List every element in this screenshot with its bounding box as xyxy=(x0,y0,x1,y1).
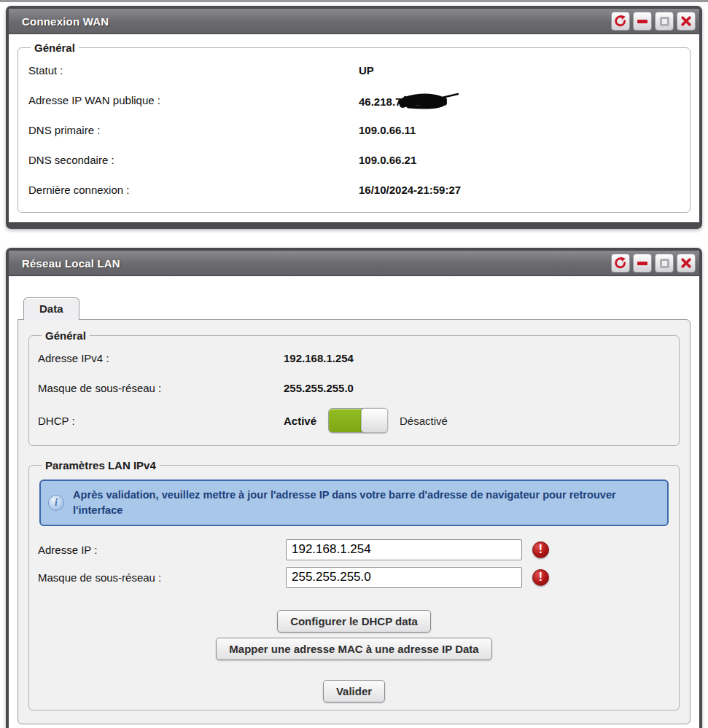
wan-panel-header: Connexion WAN xyxy=(9,9,699,34)
dns-primary-value: 109.0.66.11 xyxy=(359,124,681,136)
wan-connection-panel: Connexion WAN xyxy=(6,6,702,229)
lan-params-fieldset: Paramètres LAN IPv4 i Après validation, … xyxy=(28,459,680,711)
lan-general-fieldset: Général Adresse IPv4 : 192.168.1.254 Mas… xyxy=(28,329,680,446)
required-warning-icon: ! xyxy=(532,569,549,586)
wan-row-last-connection: Dernière connexion : 16/10/2024-21:59:27 xyxy=(27,175,681,205)
status-label: Statut : xyxy=(27,64,359,77)
netmask-input[interactable] xyxy=(286,567,522,588)
info-message-text: Après validation, veuillez mettre à jour… xyxy=(73,489,616,516)
dhcp-on-label: Activé xyxy=(284,415,316,427)
refresh-button[interactable] xyxy=(611,254,630,273)
dhcp-off-label: Désactivé xyxy=(400,415,448,427)
maximize-button[interactable] xyxy=(655,254,674,273)
refresh-button[interactable] xyxy=(611,12,630,31)
redaction-scribble xyxy=(398,91,461,110)
configure-dhcp-button[interactable]: Configurer le DHCP data xyxy=(277,610,431,633)
wan-row-public-ip: Adresse IP WAN publique : 46.218.7 xyxy=(27,85,681,115)
minimize-icon xyxy=(637,20,647,23)
page-top-divider xyxy=(0,0,708,2)
maximize-icon xyxy=(660,259,669,268)
dhcp-label: DHCP : xyxy=(38,415,284,427)
public-ip-label: Adresse IP WAN publique : xyxy=(27,94,359,106)
dns-secondary-label: DNS secondaire : xyxy=(27,154,359,166)
tab-data[interactable]: Data xyxy=(23,297,79,320)
minimize-icon xyxy=(637,262,647,265)
wan-panel-title: Connexion WAN xyxy=(22,15,109,28)
last-connection-value: 16/10/2024-21:59:27 xyxy=(359,184,681,196)
field-row-ip: Adresse IP : ! xyxy=(38,536,670,563)
netmask-field-label: Masque de sous-réseau : xyxy=(38,571,286,584)
button-area: Configurer le DHCP data Mapper une adres… xyxy=(38,610,670,702)
lan-panel-body: Data Général Adresse IPv4 : 192.168.1.25… xyxy=(9,276,699,728)
dns-secondary-value: 109.0.66.21 xyxy=(359,154,681,166)
lan-window-controls xyxy=(611,254,696,273)
info-icon: i xyxy=(48,495,64,511)
wan-row-dns1: DNS primaire : 109.0.66.11 xyxy=(27,115,681,145)
ip-field-label: Adresse IP : xyxy=(38,544,286,556)
ipv4-label: Adresse IPv4 : xyxy=(38,352,284,364)
lan-row-netmask: Masque de sous-réseau : 255.255.255.0 xyxy=(38,373,670,403)
refresh-icon xyxy=(614,257,627,270)
dhcp-toggle-knob xyxy=(361,408,388,433)
wan-general-fieldset: Général Statut : UP Adresse IP WAN publi… xyxy=(17,42,691,213)
close-icon xyxy=(680,15,692,27)
maximize-button[interactable] xyxy=(655,12,674,31)
close-icon xyxy=(680,257,692,269)
lan-panel-header: Réseau Local LAN xyxy=(9,251,699,276)
lan-network-panel: Réseau Local LAN xyxy=(6,248,702,728)
netmask-value: 255.255.255.0 xyxy=(284,382,670,394)
lan-row-ipv4: Adresse IPv4 : 192.168.1.254 xyxy=(38,343,670,373)
minimize-button[interactable] xyxy=(633,12,652,31)
data-tab-content: Général Adresse IPv4 : 192.168.1.254 Mas… xyxy=(17,319,691,724)
validate-button[interactable]: Valider xyxy=(323,680,385,702)
last-connection-label: Dernière connexion : xyxy=(27,184,359,196)
wan-row-status: Statut : UP xyxy=(27,55,681,85)
info-message-box: i Après validation, veuillez mettre à jo… xyxy=(39,480,669,526)
minimize-button[interactable] xyxy=(633,254,652,273)
wan-general-legend: Général xyxy=(31,42,79,54)
refresh-icon xyxy=(614,15,627,28)
dhcp-toggle[interactable] xyxy=(328,408,388,433)
close-button[interactable] xyxy=(677,254,696,273)
close-button[interactable] xyxy=(677,12,696,31)
field-row-netmask: Masque de sous-réseau : ! xyxy=(38,563,670,591)
map-mac-button[interactable]: Mapper une adresse MAC à une adresse IP … xyxy=(216,638,491,660)
wan-panel-body: Général Statut : UP Adresse IP WAN publi… xyxy=(9,34,699,222)
wan-row-dns2: DNS secondaire : 109.0.66.21 xyxy=(27,145,681,175)
required-warning-icon: ! xyxy=(532,541,549,558)
ipv4-value: 192.168.1.254 xyxy=(284,352,670,364)
wan-window-controls xyxy=(611,12,696,31)
lan-row-dhcp: DHCP : Activé Désactivé xyxy=(38,403,670,438)
netmask-label: Masque de sous-réseau : xyxy=(38,382,284,394)
ip-address-input[interactable] xyxy=(286,539,522,560)
maximize-icon xyxy=(660,17,669,26)
status-value: UP xyxy=(359,64,681,77)
lan-general-legend: Général xyxy=(42,329,90,342)
dns-primary-label: DNS primaire : xyxy=(27,124,359,136)
lan-params-legend: Paramètres LAN IPv4 xyxy=(42,459,160,471)
public-ip-value: 46.218.7 xyxy=(359,91,681,110)
lan-panel-title: Réseau Local LAN xyxy=(22,257,120,270)
